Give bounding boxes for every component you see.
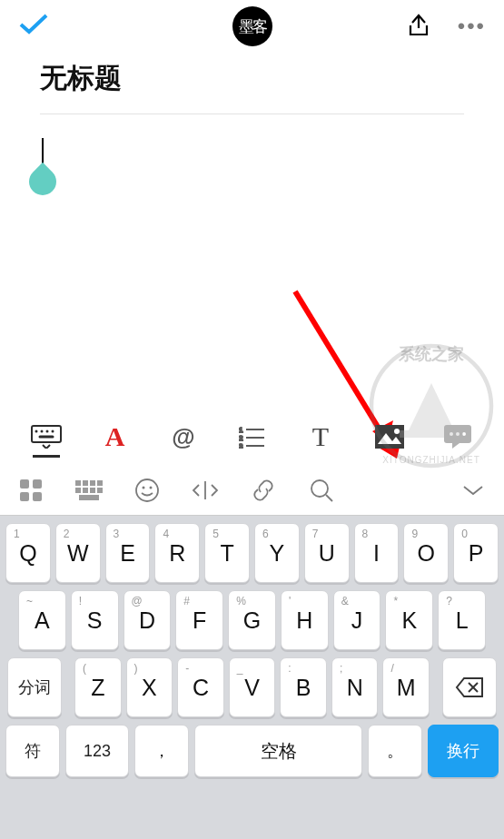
key-c[interactable]: -C	[177, 657, 224, 717]
svg-rect-35	[90, 480, 95, 486]
svg-point-26	[450, 432, 453, 436]
cursor-handle-icon[interactable]	[24, 163, 62, 201]
svg-line-47	[326, 495, 332, 501]
svg-rect-32	[33, 492, 42, 501]
key-r[interactable]: 4R	[154, 523, 200, 583]
key-n[interactable]: ;N	[331, 657, 379, 717]
document-title[interactable]: 无标题	[40, 60, 464, 114]
key-k[interactable]: *K	[385, 590, 433, 650]
share-icon[interactable]	[405, 11, 432, 42]
key-x[interactable]: )X	[126, 657, 173, 717]
done-check-icon[interactable]	[18, 12, 49, 41]
key-p[interactable]: 0P	[453, 523, 499, 583]
key-y[interactable]: 6Y	[254, 523, 300, 583]
svg-point-27	[456, 432, 460, 436]
kbd-link-icon[interactable]	[249, 476, 278, 505]
comma-key[interactable]: ，	[134, 725, 189, 777]
symbols-key[interactable]: 符	[5, 725, 60, 777]
keyboard-toggle-icon[interactable]	[25, 425, 67, 449]
key-h[interactable]: 'H	[281, 590, 329, 650]
font-style-button[interactable]: A	[94, 421, 136, 452]
backspace-key[interactable]	[442, 657, 497, 717]
key-b[interactable]: :B	[280, 657, 327, 717]
title-divider	[40, 114, 464, 114]
svg-text:1: 1	[239, 426, 243, 434]
text-format-button[interactable]: T	[300, 421, 341, 452]
key-w[interactable]: 2W	[55, 523, 101, 583]
key-g[interactable]: %G	[228, 590, 276, 650]
svg-marker-25	[452, 443, 460, 449]
svg-rect-9	[32, 426, 61, 442]
key-q[interactable]: 1Q	[5, 523, 51, 583]
kbd-search-icon[interactable]	[307, 476, 336, 505]
svg-text:2: 2	[239, 434, 243, 442]
svg-text:系统之家: 系统之家	[398, 345, 464, 363]
svg-rect-38	[83, 488, 88, 493]
kbd-emoji-icon[interactable]	[133, 476, 162, 505]
kbd-apps-icon[interactable]	[16, 476, 45, 505]
svg-rect-40	[97, 488, 103, 493]
svg-point-43	[143, 486, 145, 489]
svg-rect-30	[33, 479, 42, 489]
key-o[interactable]: 9O	[403, 523, 449, 583]
svg-rect-29	[20, 479, 29, 489]
insert-image-button[interactable]	[369, 424, 410, 449]
key-v[interactable]: _V	[229, 657, 276, 717]
key-d[interactable]: @D	[124, 590, 172, 650]
svg-text:3: 3	[239, 442, 243, 449]
text-cursor[interactable]	[42, 138, 44, 169]
comment-button[interactable]	[437, 424, 479, 449]
svg-rect-41	[79, 495, 99, 500]
enter-key[interactable]: 换行	[428, 725, 499, 777]
svg-point-42	[136, 479, 158, 501]
key-m[interactable]: /M	[382, 657, 430, 717]
key-s[interactable]: !S	[71, 590, 119, 650]
svg-rect-33	[75, 480, 81, 486]
key-z[interactable]: (Z	[74, 657, 122, 717]
svg-point-46	[311, 480, 328, 497]
key-a[interactable]: ~A	[18, 590, 66, 650]
svg-rect-37	[75, 488, 81, 493]
svg-rect-21	[375, 425, 404, 449]
svg-rect-39	[90, 488, 95, 493]
svg-rect-34	[83, 480, 88, 486]
key-f[interactable]: #F	[175, 590, 223, 650]
svg-point-44	[150, 486, 153, 489]
key-e[interactable]: 3E	[105, 523, 151, 583]
app-logo: 墨客	[232, 6, 272, 46]
kbd-collapse-icon[interactable]	[459, 476, 488, 505]
key-u[interactable]: 7U	[304, 523, 350, 583]
numeric-key[interactable]: 123	[65, 725, 129, 777]
key-l[interactable]: ?L	[438, 590, 486, 650]
key-j[interactable]: &J	[333, 590, 381, 650]
svg-point-23	[394, 429, 400, 434]
key-i[interactable]: 8I	[354, 523, 400, 583]
segment-key[interactable]: 分词	[7, 657, 62, 717]
list-button[interactable]: 1 2 3	[232, 425, 273, 449]
svg-rect-36	[97, 480, 103, 486]
more-icon[interactable]: •••	[458, 14, 486, 39]
period-key[interactable]: 。	[368, 725, 422, 777]
key-t[interactable]: 5T	[204, 523, 250, 583]
mention-button[interactable]: @	[163, 423, 204, 451]
svg-point-28	[462, 432, 466, 436]
kbd-layout-icon[interactable]	[74, 476, 104, 505]
space-key[interactable]: 空格	[194, 725, 362, 777]
kbd-cursor-icon[interactable]	[191, 476, 220, 505]
svg-rect-31	[20, 492, 29, 501]
